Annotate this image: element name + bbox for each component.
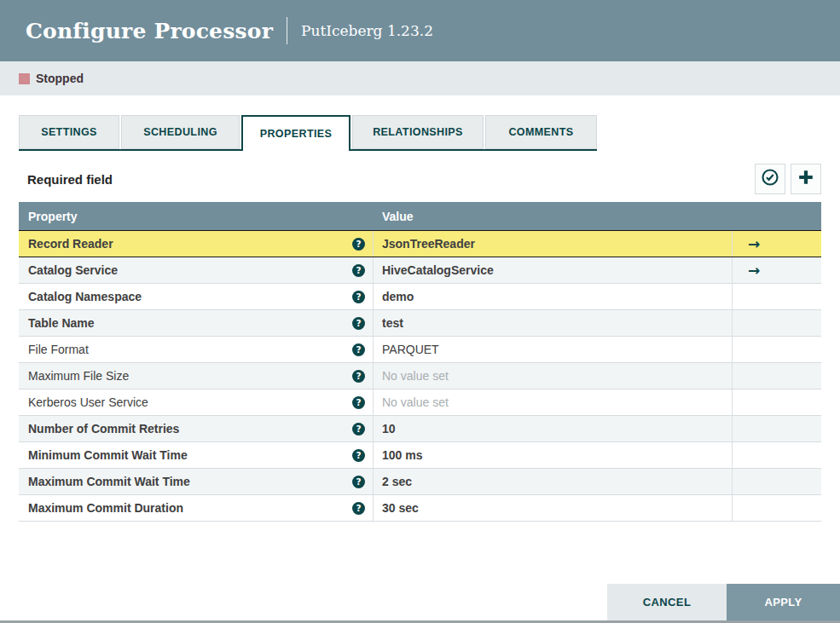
help-icon[interactable]: ? [352,476,365,488]
properties-table: Property Value Record Reader ? JsonTreeR… [19,202,821,522]
help-icon[interactable]: ? [352,396,365,409]
properties-toolbar: Required field [19,164,821,194]
property-label: Maximum Commit Duration [28,501,183,515]
configure-processor-dialog: Configure Processor PutIceberg 1.23.2 St… [0,0,840,623]
link-cell [732,337,821,362]
help-icon[interactable]: ? [352,449,365,462]
apply-button[interactable]: APPLY [727,584,840,620]
cancel-button[interactable]: CANCEL [607,584,727,620]
property-label: Table Name [28,316,95,330]
property-row[interactable]: Maximum File Size ? No value set [19,363,821,389]
processor-name-version: PutIceberg 1.23.2 [301,22,433,39]
property-row[interactable]: Maximum Commit Duration ? 30 sec [19,495,821,522]
tab-label: SETTINGS [41,126,97,138]
tab-scheduling[interactable]: SCHEDULING [121,115,240,149]
properties-table-body: Record Reader ? JsonTreeReader → Catalog… [19,231,821,522]
property-cell: Maximum Commit Wait Time ? [19,469,373,494]
property-row[interactable]: Record Reader ? JsonTreeReader → [19,231,821,257]
property-cell: Catalog Service ? [19,257,373,283]
property-label: Number of Commit Retries [28,422,179,436]
circle-check-icon [761,168,779,190]
link-cell: → [732,257,821,283]
tab-label: COMMENTS [508,126,573,138]
property-label: Maximum File Size [28,369,129,383]
help-icon[interactable]: ? [352,343,365,356]
tab-comments[interactable]: COMMENTS [485,115,597,149]
link-cell [732,284,821,309]
help-icon[interactable]: ? [352,423,365,436]
tab-row: SETTINGS SCHEDULING PROPERTIES RELATIONS… [19,115,821,151]
property-cell: Maximum File Size ? [19,363,373,389]
tab-properties[interactable]: PROPERTIES [241,115,350,151]
tab-label: PROPERTIES [260,128,333,140]
dialog-header: Configure Processor PutIceberg 1.23.2 [0,0,840,61]
verify-properties-button[interactable] [755,164,785,194]
status-bar: Stopped [0,61,840,95]
property-row[interactable]: Number of Commit Retries ? 10 [19,416,821,442]
help-icon[interactable]: ? [352,238,365,251]
property-value[interactable]: HiveCatalogService [373,257,732,283]
link-cell: → [732,231,821,257]
link-cell [732,495,821,521]
property-value[interactable]: No value set [373,363,732,389]
property-label: Catalog Namespace [28,290,142,303]
property-cell: Table Name ? [19,310,373,336]
stopped-status-icon [19,73,30,84]
property-cell: Kerberos User Service ? [19,389,373,415]
tab-settings[interactable]: SETTINGS [19,115,119,149]
tabs-container: SETTINGS SCHEDULING PROPERTIES RELATIONS… [19,115,821,151]
toolbar-buttons [755,164,821,194]
property-cell: File Format ? [19,337,373,362]
property-cell: Maximum Commit Duration ? [19,495,373,521]
property-cell: Minimum Commit Wait Time ? [19,442,373,468]
link-cell [732,469,821,494]
property-label: Minimum Commit Wait Time [28,448,188,462]
property-value[interactable]: demo [373,284,732,309]
property-cell: Record Reader ? [19,231,373,257]
add-property-button[interactable] [791,164,821,194]
help-icon[interactable]: ? [352,291,365,303]
property-value[interactable]: 100 ms [373,442,732,468]
table-header: Property Value [19,202,821,231]
property-label: Record Reader [28,237,113,251]
property-row[interactable]: Catalog Namespace ? demo [19,284,821,310]
link-cell [732,416,821,441]
required-field-label: Required field [19,172,113,187]
link-cell [732,442,821,468]
dialog-content: SETTINGS SCHEDULING PROPERTIES RELATIONS… [0,115,840,522]
property-value[interactable]: 30 sec [373,495,732,521]
go-to-service-icon[interactable]: → [748,263,760,278]
property-label: Maximum Commit Wait Time [28,475,190,488]
property-value[interactable]: test [373,310,732,336]
property-row[interactable]: Kerberos User Service ? No value set [19,389,821,416]
dialog-footer: CANCEL APPLY [607,584,840,620]
property-row[interactable]: File Format ? PARQUET [19,337,821,363]
property-value[interactable]: No value set [373,389,732,415]
property-row[interactable]: Minimum Commit Wait Time ? 100 ms [19,442,821,469]
status-label: Stopped [36,72,84,85]
help-icon[interactable]: ? [352,502,365,515]
property-cell: Number of Commit Retries ? [19,416,373,441]
link-cell [732,363,821,389]
property-label: Kerberos User Service [28,395,148,409]
property-value[interactable]: 2 sec [373,469,732,494]
property-value[interactable]: PARQUET [373,337,732,362]
go-to-service-icon[interactable]: → [748,237,760,251]
help-icon[interactable]: ? [352,370,365,383]
property-cell: Catalog Namespace ? [19,284,373,309]
property-value[interactable]: JsonTreeReader [373,231,732,257]
help-icon[interactable]: ? [352,264,365,277]
link-cell [732,310,821,336]
property-value[interactable]: 10 [373,416,732,441]
property-row[interactable]: Table Name ? test [19,310,821,337]
tab-label: SCHEDULING [143,126,217,138]
property-row[interactable]: Catalog Service ? HiveCatalogService → [19,257,821,284]
value-column-header: Value [373,210,732,223]
tab-relationships[interactable]: RELATIONSHIPS [352,115,484,149]
title-divider [287,17,287,44]
help-icon[interactable]: ? [352,317,365,330]
property-label: File Format [28,343,89,356]
dialog-title: Configure Processor [26,19,273,43]
property-row[interactable]: Maximum Commit Wait Time ? 2 sec [19,469,821,495]
tab-label: RELATIONSHIPS [373,126,463,138]
